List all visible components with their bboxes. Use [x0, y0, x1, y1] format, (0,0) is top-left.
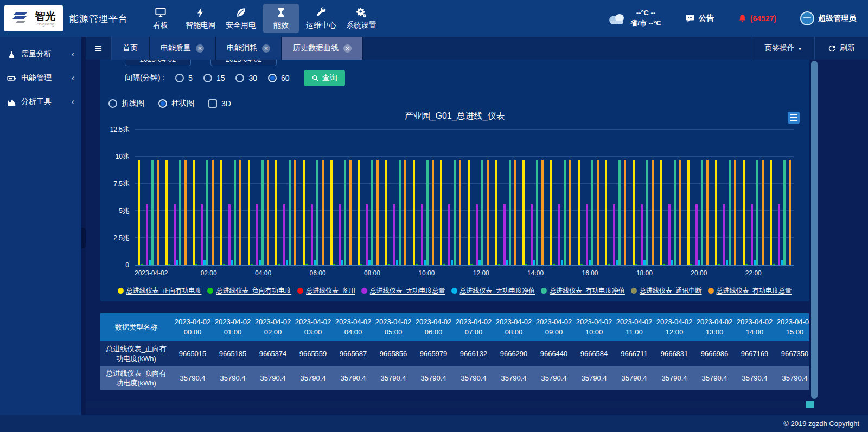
y-tick-label: 2.5兆 [113, 234, 129, 243]
bar [286, 260, 288, 265]
tab-2[interactable]: 电能消耗 ✕ [216, 37, 282, 60]
bar-group-09:00 [382, 130, 410, 265]
bar [165, 160, 168, 265]
legend-item[interactable]: 总进线仪表_正向有功电度 [118, 286, 202, 295]
close-icon[interactable]: ✕ [196, 44, 204, 53]
nav-item-wrench[interactable]: 运维中心 [303, 4, 340, 33]
cell: 35790.4 [293, 366, 333, 390]
nav-item-gears[interactable]: 系统设置 [343, 4, 380, 33]
bar [440, 160, 442, 265]
tab-3[interactable]: 历史数据曲线 ✕ [282, 37, 363, 60]
table-row: 总进线仪表_正向有功电度(kWh)96650159665185966537496… [100, 341, 809, 366]
legend-item[interactable]: 总进线仪表_备用 [297, 286, 355, 295]
close-icon[interactable]: ✕ [343, 44, 352, 53]
sidebar-item-2[interactable]: 分析工具 ‹ [0, 90, 81, 114]
bar [641, 204, 643, 265]
area-chart-icon [7, 98, 16, 107]
bar [624, 160, 626, 265]
alarm-button[interactable]: (64527) [738, 14, 776, 23]
end-date-input[interactable]: 2023-04-02 [210, 60, 277, 66]
bar [531, 204, 533, 265]
bar [360, 264, 362, 265]
legend-item[interactable]: 总进线仪表_有功电度总量 [708, 286, 792, 295]
chart-type-折线图[interactable]: 折线图 [108, 99, 144, 108]
sidebar-collapse-handle[interactable] [81, 228, 86, 248]
user-menu[interactable]: 超级管理员 [800, 11, 856, 25]
legend-dot-icon [118, 288, 124, 294]
cell: 9665374 [253, 341, 293, 366]
chart-plot[interactable]: 02.5兆5兆7.5兆10兆12.5兆 [135, 130, 794, 266]
sidebar-item-0[interactable]: 需量分析 ‹ [0, 42, 81, 66]
sidebar-item-label: 电能管理 [21, 73, 52, 83]
vertical-scroll-thumb[interactable] [811, 61, 818, 399]
bar [533, 260, 535, 265]
bar [322, 160, 324, 265]
tab-operations-label: 页签操作 [764, 43, 795, 53]
bar [278, 264, 280, 265]
horizontal-scrollbar[interactable] [86, 401, 814, 408]
chart-type-3D[interactable]: 3D [208, 99, 231, 108]
legend-item[interactable]: 总进线仪表_负向有功电度 [207, 286, 291, 295]
table-header-row: 数据类型名称2023-04-0200:002023-04-0201:002023… [100, 313, 809, 341]
announcement-button[interactable]: 公告 [685, 14, 714, 23]
start-date-input[interactable]: 2023-04-02 [125, 60, 191, 66]
nav-item-lightning[interactable]: 智能电网 [182, 4, 219, 33]
bar [674, 160, 676, 265]
bar [586, 204, 588, 265]
cell: 35790.4 [574, 366, 614, 390]
nav-item-hourglass[interactable]: 能效 [263, 4, 299, 33]
bar [404, 160, 406, 265]
bar [580, 264, 583, 265]
leaf-icon [235, 7, 247, 18]
cell: 35790.4 [373, 366, 413, 390]
legend-item[interactable]: 总进线仪表_无功电度总量 [361, 286, 445, 295]
nav-item-monitor[interactable]: 看板 [142, 4, 179, 33]
sidebar-toggle-button[interactable] [86, 37, 112, 60]
tab-0[interactable]: 首页 [112, 37, 150, 60]
x-tick-label [386, 269, 413, 277]
bar [426, 160, 429, 265]
bar [701, 160, 703, 265]
tab-operations-dropdown[interactable]: 页签操作 ▾ [751, 37, 814, 60]
bar [778, 204, 780, 265]
bar [633, 160, 635, 265]
nav-item-leaf[interactable]: 安全用电 [222, 4, 259, 33]
interval-radio-5[interactable]: 5 [175, 74, 193, 82]
refresh-button[interactable]: 刷新 [814, 37, 868, 60]
horizontal-scroll-thumb[interactable] [806, 401, 814, 408]
bar [743, 160, 745, 265]
legend-item[interactable]: 总进线仪表_有功电度净值 [541, 286, 625, 295]
bar [459, 160, 461, 265]
interval-radio-60[interactable]: 60 [268, 74, 290, 82]
vertical-scrollbar[interactable] [811, 61, 818, 399]
chart-menu-icon[interactable] [788, 112, 800, 124]
x-tick-label [658, 269, 685, 277]
close-icon[interactable]: ✕ [262, 44, 270, 53]
interval-label: 间隔(分钟) : [125, 73, 164, 83]
bar [413, 160, 415, 265]
cell: 35790.4 [413, 366, 454, 390]
bar [770, 160, 772, 265]
bar [259, 260, 261, 265]
legend-item[interactable]: 总进线仪表_无功电度净值 [451, 286, 535, 295]
tab-bar: 首页 电能质量 ✕ 电能消耗 ✕ 历史数据曲线 ✕ 页签操作 ▾ 刷新 [86, 37, 868, 60]
refresh-label: 刷新 [840, 43, 855, 53]
bar [605, 160, 607, 265]
bar [561, 260, 563, 265]
bar-group-19:00 [657, 130, 685, 265]
app-root: 智光 Zhiguang 能源管理平台 看板 智能电网 安全用电 能效 运维中心 … [0, 0, 868, 432]
cell: 9666711 [614, 341, 654, 366]
bar [608, 264, 610, 265]
legend-item[interactable]: 总进线仪表_通讯中断 [631, 286, 702, 295]
interval-radio-30[interactable]: 30 [235, 74, 257, 82]
tab-1[interactable]: 电能质量 ✕ [150, 37, 216, 60]
chevron-left-icon: ‹ [72, 50, 74, 59]
bar [368, 260, 371, 265]
query-button[interactable]: 查询 [304, 70, 345, 86]
cell: 9665979 [413, 341, 454, 366]
bar [443, 264, 445, 265]
chart-type-柱状图[interactable]: 柱状图 [158, 99, 194, 108]
sidebar-item-1[interactable]: 电能管理 ‹ [0, 66, 81, 90]
interval-radio-15[interactable]: 15 [203, 74, 225, 82]
bar [762, 160, 764, 265]
